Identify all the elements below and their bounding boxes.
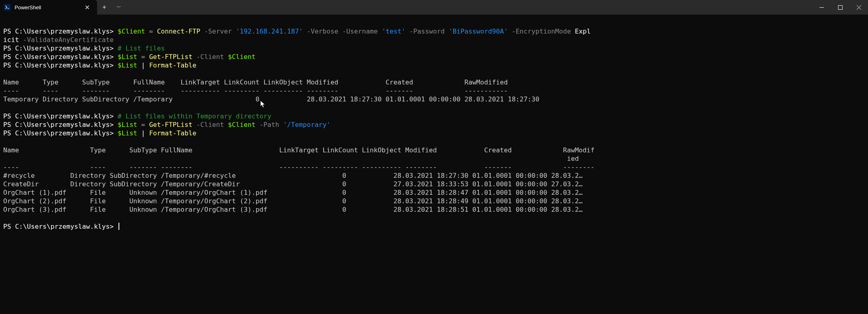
variable: $Client bbox=[118, 27, 145, 35]
table-row: OrgChart (2).pdf File Unknown /Temporary… bbox=[3, 197, 583, 205]
table-header: Name Type SubType FullName LinkTarget Li… bbox=[3, 146, 595, 162]
terminal-output[interactable]: PS C:\Users\przemyslaw.klys> $Client = C… bbox=[0, 15, 868, 234]
table-row: Temporary Directory SubDirectory /Tempor… bbox=[3, 95, 539, 103]
cmdlet: Connect-FTP bbox=[157, 27, 200, 35]
new-tab-button[interactable]: + bbox=[97, 4, 112, 11]
comment: # List files bbox=[118, 44, 165, 52]
close-button[interactable] bbox=[849, 0, 868, 15]
tab-powershell[interactable]: PowerShell ✕ bbox=[0, 0, 97, 15]
table-header: Name Type SubType FullName LinkTarget Li… bbox=[3, 78, 508, 86]
table-rule: ---- ---- ------- -------- ---------- --… bbox=[3, 87, 508, 95]
table-rule: ---- ---- ------- -------- ---------- --… bbox=[3, 163, 595, 171]
table-row: CreateDir Directory SubDirectory /Tempor… bbox=[3, 180, 583, 188]
maximize-button[interactable] bbox=[831, 0, 849, 15]
powershell-icon bbox=[4, 4, 11, 11]
table-row: #recycle Directory SubDirectory /Tempora… bbox=[3, 172, 583, 179]
minimize-button[interactable] bbox=[812, 0, 831, 15]
window-controls bbox=[812, 0, 868, 15]
tab-dropdown-button[interactable]: ﹀ bbox=[112, 4, 126, 11]
tab-title: PowerShell bbox=[15, 4, 74, 11]
table-row: OrgChart (3).pdf File Unknown /Temporary… bbox=[3, 206, 583, 213]
table-row: OrgChart (1).pdf File Unknown /Temporary… bbox=[3, 189, 583, 196]
prompt: PS C:\Users\przemyslaw.klys> bbox=[3, 27, 114, 35]
prompt: PS C:\Users\przemyslaw.klys> bbox=[3, 223, 114, 230]
text-cursor bbox=[119, 223, 119, 230]
svg-rect-1 bbox=[838, 5, 842, 9]
titlebar: PowerShell ✕ + ﹀ bbox=[0, 0, 868, 15]
tab-actions: + ﹀ bbox=[97, 0, 126, 15]
tab-close-button[interactable]: ✕ bbox=[82, 3, 92, 12]
